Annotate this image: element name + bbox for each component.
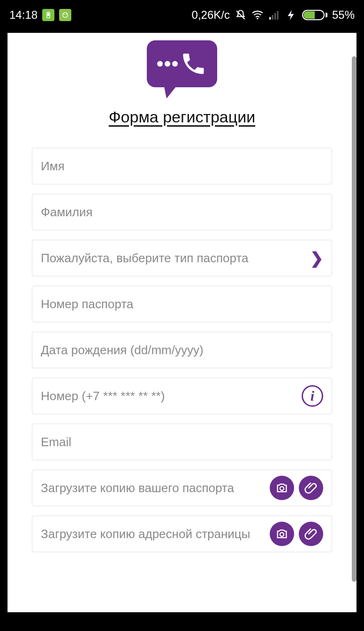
dob-placeholder: Дата рождения (dd/mm/yyyy) <box>41 343 323 357</box>
content: Форма регистрации Имя Фамилия Пожалуйста… <box>8 33 356 552</box>
battery-percent: 55% <box>332 8 355 22</box>
app-logo <box>32 38 332 87</box>
battery-icon <box>302 10 327 20</box>
paperclip-icon <box>304 481 318 494</box>
last-name-field[interactable]: Фамилия <box>32 194 332 230</box>
camera-button-passport[interactable] <box>270 476 294 500</box>
camera-icon <box>275 527 288 540</box>
passport-type-placeholder: Пожалуйста, выберите тип паспорта <box>41 251 310 266</box>
upload-address-field: Загрузите копию адресной страницы <box>32 516 332 552</box>
notification-icon-2 <box>59 9 71 21</box>
passport-number-field[interactable]: Номер паспорта <box>32 286 332 322</box>
phone-icon <box>180 50 207 77</box>
svg-point-3 <box>64 14 65 15</box>
scrollbar[interactable] <box>352 56 356 582</box>
first-name-field[interactable]: Имя <box>32 148 332 184</box>
last-name-placeholder: Фамилия <box>41 205 323 220</box>
camera-icon <box>275 481 288 494</box>
app-screen: Форма регистрации Имя Фамилия Пожалуйста… <box>8 33 356 612</box>
info-icon[interactable]: i <box>302 385 323 407</box>
passport-number-placeholder: Номер паспорта <box>41 297 323 312</box>
svg-point-4 <box>66 14 67 15</box>
status-bar: 14:18 0,26K/c 55% <box>0 0 364 30</box>
phone-field[interactable]: Номер (+7 *** *** ** **) i <box>32 378 332 414</box>
device-frame: 14:18 0,26K/c 55% <box>0 0 364 631</box>
page-title: Форма регистрации <box>32 108 332 126</box>
paperclip-icon <box>304 527 318 540</box>
svg-rect-8 <box>274 13 276 20</box>
svg-rect-6 <box>269 17 271 19</box>
svg-point-10 <box>280 487 284 490</box>
svg-rect-9 <box>277 11 278 19</box>
registration-form: Имя Фамилия Пожалуйста, выберите тип пас… <box>32 148 332 552</box>
notification-icon-1 <box>42 9 54 21</box>
upload-address-label: Загрузите копию адресной страницы <box>41 527 265 541</box>
signal-icon <box>268 9 281 21</box>
svg-point-5 <box>257 18 258 19</box>
network-speed: 0,26K/c <box>192 8 230 22</box>
mute-icon <box>235 9 247 21</box>
wifi-icon <box>251 9 264 21</box>
attach-button-address[interactable] <box>299 522 323 546</box>
first-name-placeholder: Имя <box>41 159 323 174</box>
svg-rect-7 <box>272 15 273 20</box>
attach-button-passport[interactable] <box>299 476 323 500</box>
chevron-right-icon: ❯ <box>310 249 323 267</box>
upload-passport-label: Загрузите копию вашего паспорта <box>41 481 265 495</box>
upload-passport-field: Загрузите копию вашего паспорта <box>32 470 332 506</box>
status-time: 14:18 <box>9 8 38 22</box>
status-left: 14:18 <box>9 8 71 22</box>
passport-type-select[interactable]: Пожалуйста, выберите тип паспорта ❯ <box>32 240 332 276</box>
status-right: 0,26K/c 55% <box>192 8 355 22</box>
phone-placeholder: Номер (+7 *** *** ** **) <box>41 389 302 403</box>
charging-icon <box>285 9 297 21</box>
email-field[interactable]: Email <box>32 424 332 460</box>
svg-rect-1 <box>47 13 49 16</box>
svg-point-11 <box>280 532 284 536</box>
email-placeholder: Email <box>41 435 323 449</box>
camera-button-address[interactable] <box>270 522 294 546</box>
dob-field[interactable]: Дата рождения (dd/mm/yyyy) <box>32 332 332 368</box>
